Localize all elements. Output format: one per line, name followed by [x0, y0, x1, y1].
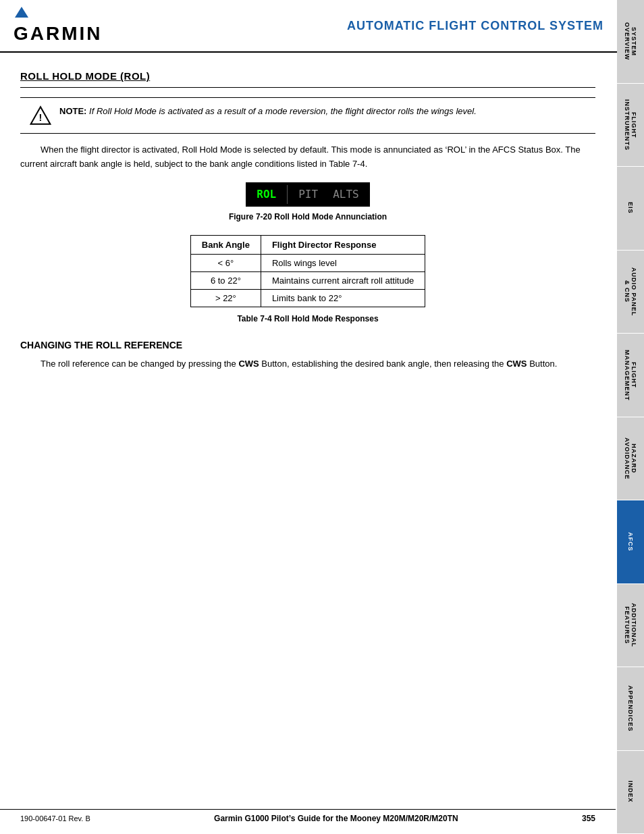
sidebar-item-afcs[interactable]: AFCS: [617, 500, 644, 584]
footer-revision: 190-00647-01 Rev. B: [20, 814, 90, 823]
table-cell-response-2: Maintains current aircraft roll attitude: [261, 271, 425, 289]
header-title: AUTOMATIC FLIGHT CONTROL SYSTEM: [103, 19, 603, 33]
subsection-paragraph: The roll reference can be changed by pre…: [20, 357, 595, 371]
table-header-angle: Bank Angle: [190, 235, 261, 254]
ann-inactive-mode1: PIT: [292, 186, 325, 203]
sidebar-item-flight-instruments[interactable]: FLIGHTINSTRUMENTS: [617, 84, 644, 167]
roll-mode-table: Bank Angle Flight Director Response < 6°…: [190, 235, 425, 307]
logo-triangle-icon: [15, 7, 28, 18]
annunciation-bar: ROL PIT ALTS: [246, 182, 369, 207]
table-cell-angle-3: > 22°: [190, 289, 261, 307]
table-container: Bank Angle Flight Director Response < 6°…: [20, 235, 595, 307]
table-row: 6 to 22° Maintains current aircraft roll…: [190, 271, 425, 289]
sidebar-item-appendices[interactable]: APPENDICES: [617, 667, 644, 751]
table-cell-response-3: Limits bank to 22°: [261, 289, 425, 307]
sidebar-item-audio-panel[interactable]: AUDIO PANEL& CNS: [617, 251, 644, 334]
annunciation-container: ROL PIT ALTS: [20, 182, 595, 207]
body-paragraph: When the flight director is activated, R…: [20, 143, 595, 172]
sidebar-item-system-overview[interactable]: SYSTEMOVERVIEW: [617, 0, 644, 84]
table-header-response: Flight Director Response: [261, 235, 425, 254]
warning-triangle-icon: !: [30, 105, 51, 126]
cws-label-2: CWS: [506, 359, 527, 369]
right-sidebar: SYSTEMOVERVIEW FLIGHTINSTRUMENTS EIS AUD…: [617, 0, 644, 834]
subsection-title: CHANGING THE ROLL REFERENCE: [20, 340, 595, 350]
footer-title: Garmin G1000 Pilot’s Guide for the Moone…: [214, 814, 458, 823]
table-cell-angle-2: 6 to 22°: [190, 271, 261, 289]
note-body: If Roll Hold Mode is activated as a resu…: [89, 106, 477, 116]
subsection-text-middle: Button, establishing the desired bank an…: [259, 359, 506, 369]
main-content: ROLL HOLD MODE (ROL) ! NOTE: If Roll Hol…: [0, 53, 616, 409]
cws-label-1: CWS: [238, 359, 259, 369]
sidebar-item-index[interactable]: INDEX: [617, 751, 644, 835]
subsection-text-before: The roll reference can be changed by pre…: [41, 359, 238, 369]
footer: 190-00647-01 Rev. B Garmin G1000 Pilot’s…: [0, 809, 616, 823]
sidebar-item-flight-management[interactable]: FLIGHTMANAGEMENT: [617, 334, 644, 417]
footer-page-number: 355: [582, 814, 595, 823]
note-text: NOTE: If Roll Hold Mode is activated as …: [59, 105, 477, 118]
table-row: < 6° Rolls wings level: [190, 254, 425, 271]
table-cell-angle-1: < 6°: [190, 254, 261, 271]
ann-inactive-mode2: ALTS: [326, 186, 366, 203]
svg-text:!: !: [39, 112, 43, 123]
table-cell-response-1: Rolls wings level: [261, 254, 425, 271]
figure-caption: Figure 7-20 Roll Hold Mode Annunciation: [20, 212, 595, 221]
ann-active-mode: ROL: [250, 186, 283, 203]
subsection-text-after: Button.: [527, 359, 558, 369]
header: GARMIN AUTOMATIC FLIGHT CONTROL SYSTEM: [0, 0, 617, 53]
sidebar-item-additional-features[interactable]: ADDITIONALFEATURES: [617, 584, 644, 668]
ann-divider: [287, 185, 288, 204]
section-title: ROLL HOLD MODE (ROL): [20, 70, 595, 82]
table-row: > 22° Limits bank to 22°: [190, 289, 425, 307]
sidebar-item-hazard-avoidance[interactable]: HAZARDAVOIDANCE: [617, 417, 644, 501]
logo-area: GARMIN: [14, 7, 103, 45]
logo-text: GARMIN: [14, 23, 103, 44]
note-box: ! NOTE: If Roll Hold Mode is activated a…: [20, 97, 595, 134]
section-divider: [20, 87, 595, 88]
note-label: NOTE:: [59, 106, 86, 116]
table-caption: Table 7-4 Roll Hold Mode Responses: [20, 314, 595, 323]
sidebar-item-eis[interactable]: EIS: [617, 167, 644, 251]
